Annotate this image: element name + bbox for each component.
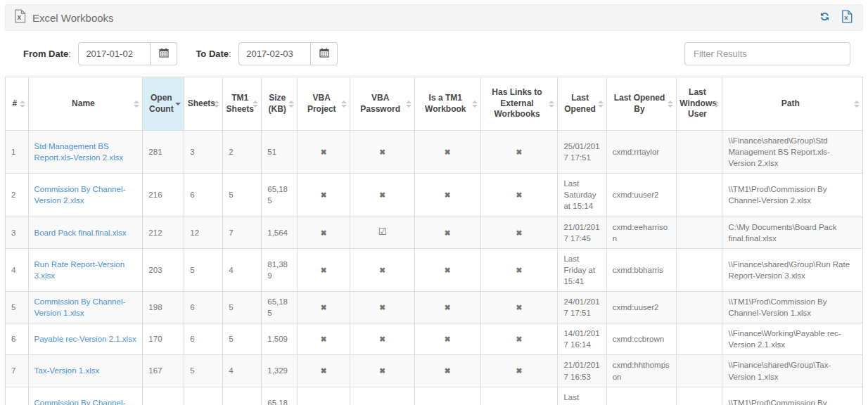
table-row: 4Run Rate Report-Version 3.xlsx2035481,3… <box>6 248 863 291</box>
x-mark-icon: ✖ <box>445 335 451 343</box>
col-header-has_links[interactable]: Has Links to External Workbooks <box>480 77 558 131</box>
x-mark-icon: ✖ <box>516 266 523 274</box>
x-mark-icon: ✖ <box>379 266 385 274</box>
cell-is_tm1_workbook: ✖ <box>414 355 480 387</box>
x-mark-icon: ✖ <box>379 148 385 156</box>
col-label-vba_project: VBA Project <box>307 93 336 114</box>
cell-tm1_sheets: 5 <box>223 292 262 323</box>
workbook-link[interactable]: Payable rec-Version 2.1.xlsx <box>34 335 136 343</box>
cell-last_opened_by: cxmd:hhthompson <box>606 355 677 387</box>
cell-path: \\Finance\Working\Payable rec-Version 2.… <box>722 323 863 355</box>
x-mark-icon: ✖ <box>445 229 451 237</box>
workbook-link[interactable]: Run Rate Report-Version 3.xlsx <box>34 260 125 280</box>
cell-path: \\Finance\shared\Group\Run Rate Report-V… <box>722 248 863 291</box>
cell-num: 1 <box>6 131 29 174</box>
col-header-vba_password[interactable]: VBA Password <box>350 77 415 131</box>
col-header-name[interactable]: Name <box>28 77 143 131</box>
x-mark-icon: ✖ <box>445 366 451 375</box>
sort-caret-down-icon <box>598 105 604 108</box>
calendar-icon <box>319 48 329 60</box>
from-date-input[interactable] <box>78 42 151 65</box>
cell-last_opened_by: cxmd:eeharrison <box>606 217 677 248</box>
cell-name: Commission By Channel-Version 2.xlsx <box>28 174 143 217</box>
sort-icon-has_links <box>549 101 554 108</box>
export-excel-button[interactable]: x <box>840 8 854 27</box>
sort-caret-up-icon <box>854 101 860 103</box>
workbook-link[interactable]: Commission By Channel-Version 2.xlsx <box>34 185 126 205</box>
cell-last_opened_by: cxmd:uuser2 <box>606 387 677 405</box>
workbooks-table-wrap: #NameOpen CountSheetsTM1 SheetsSize (KB)… <box>5 77 863 405</box>
cell-vba_password: ✖ <box>350 174 415 217</box>
cell-name: Board Pack final.final.xlsx <box>28 217 143 248</box>
x-mark-icon: ✖ <box>379 303 385 311</box>
x-mark-icon: ✖ <box>379 335 385 343</box>
col-label-last_opened: Last Opened <box>564 93 596 114</box>
x-mark-icon: ✖ <box>516 148 523 156</box>
from-date-group: From Date: <box>23 42 177 65</box>
sort-caret-up-icon <box>406 101 411 103</box>
cell-vba_project: ✖ <box>298 355 350 387</box>
cell-last_windows_user <box>677 292 722 323</box>
col-header-last_windows_user[interactable]: Last Windows User <box>677 77 722 131</box>
cell-last_opened: Last Saturday at 16:41 <box>558 387 606 405</box>
cell-vba_project: ✖ <box>298 174 350 217</box>
sort-icon-last_windows_user <box>713 101 719 108</box>
cell-has_links: ✖ <box>480 323 558 355</box>
col-header-path[interactable]: Path <box>722 77 863 131</box>
col-header-last_opened[interactable]: Last Opened <box>558 77 606 131</box>
filter-results-input[interactable] <box>684 42 850 65</box>
cell-has_links: ✖ <box>480 355 558 387</box>
from-date-calendar-button[interactable] <box>151 42 177 65</box>
from-date-label-text: From Date <box>23 49 68 59</box>
sort-caret-up-icon <box>598 101 604 103</box>
cell-open_count: 281 <box>143 131 184 174</box>
cell-sheets: 5 <box>184 248 223 291</box>
cell-has_links: ✖ <box>480 248 558 291</box>
calendar-icon <box>159 48 169 60</box>
table-row: 5Commission By Channel-Version 1.xlsx198… <box>6 292 863 323</box>
col-header-num[interactable]: # <box>6 77 29 131</box>
from-date-label: From Date: <box>23 49 71 59</box>
cell-last_opened_by: cxmd:uuser2 <box>606 292 677 323</box>
sort-caret-down-icon <box>668 105 673 108</box>
sort-icon-vba_project <box>341 101 347 108</box>
col-header-sheets[interactable]: Sheets <box>184 77 223 131</box>
sort-icon-last_opened <box>598 101 604 108</box>
col-header-tm1_sheets[interactable]: TM1 Sheets <box>223 77 262 131</box>
workbook-link[interactable]: Commission By Channel-Version 2.1.xlsx <box>34 399 126 405</box>
cell-open_count: 216 <box>143 174 184 217</box>
cell-tm1_sheets: 4 <box>223 248 262 291</box>
cell-sheets: 5 <box>184 355 223 387</box>
cell-vba_project: ✖ <box>298 131 350 174</box>
sort-caret-down-icon <box>341 105 347 108</box>
x-mark-icon: ✖ <box>321 229 327 237</box>
sort-caret-up-icon <box>214 101 219 103</box>
col-header-last_opened_by[interactable]: Last Opened By <box>606 77 677 131</box>
workbook-link[interactable]: Board Pack final.final.xlsx <box>34 229 127 237</box>
table-row: 3Board Pack final.final.xlsx2121271,564✖… <box>6 217 863 248</box>
cell-has_links: ✖ <box>480 387 558 405</box>
table-row: 8Commission By Channel-Version 2.1.xlsx1… <box>6 387 863 405</box>
col-label-sheets: Sheets <box>188 98 215 108</box>
col-header-open_count[interactable]: Open Count <box>143 77 184 131</box>
col-header-is_tm1_workbook[interactable]: Is a TM1 Workbook <box>414 77 480 131</box>
sort-icon-num <box>20 101 25 108</box>
sort-icon-path <box>854 101 860 108</box>
workbook-link[interactable]: Commission By Channel-Version 1.xlsx <box>34 297 126 317</box>
workbook-link[interactable]: Std Management BS Report.xls-Version 2.x… <box>34 142 124 162</box>
to-date-input[interactable] <box>238 42 311 65</box>
cell-vba_project: ✖ <box>298 387 350 405</box>
cell-has_links: ✖ <box>480 131 558 174</box>
workbook-link[interactable]: Tax-Version 1.xlsx <box>34 366 100 375</box>
to-date-label-text: To Date <box>196 49 229 59</box>
cell-open_count: 170 <box>143 323 184 355</box>
svg-text:x: x <box>18 13 22 21</box>
refresh-button[interactable] <box>818 10 831 25</box>
col-header-size_kb[interactable]: Size (KB) <box>262 77 298 131</box>
to-date-calendar-button[interactable] <box>311 42 338 65</box>
col-header-vba_project[interactable]: VBA Project <box>298 77 350 131</box>
x-mark-icon: ✖ <box>516 335 523 343</box>
table-row: 7Tax-Version 1.xlsx167541,329✖✖✖✖21/01/2… <box>6 355 863 387</box>
cell-num: 6 <box>6 323 29 355</box>
sort-caret-down-icon <box>134 105 139 108</box>
